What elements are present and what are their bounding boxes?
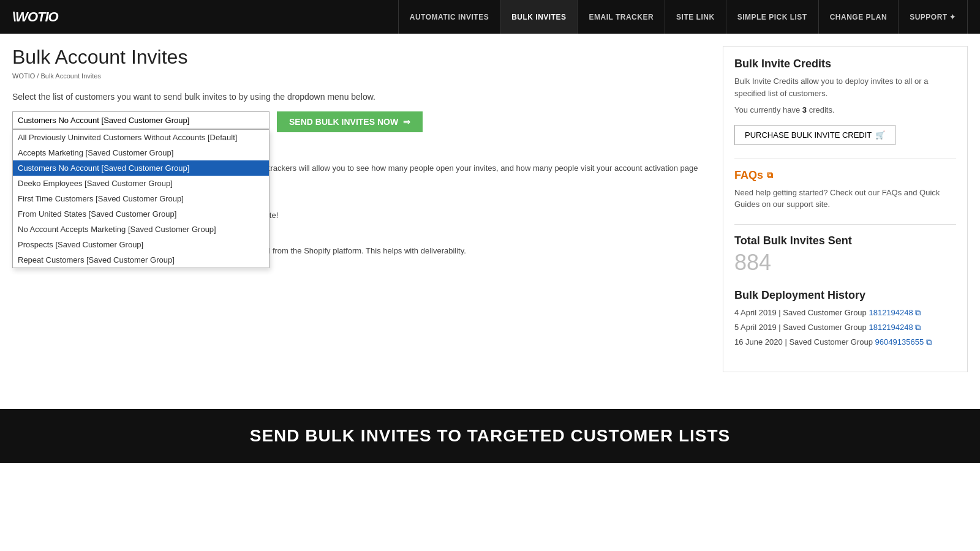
dropdown-option-accepts-marketing[interactable]: Accepts Marketing [Saved Customer Group] [13,145,269,160]
credits-section: Bulk Invite Credits Bulk Invite Credits … [734,58,956,145]
dropdown-list: All Previously Uninvited Customers Witho… [12,129,270,268]
total-sent-number: 884 [734,250,956,276]
page-title: Bulk Account Invites [12,46,704,69]
dropdown-option-default[interactable]: All Previously Uninvited Customers Witho… [13,130,269,145]
page-subtitle: Select the list of customers you want to… [12,92,704,102]
credits-you-have: You currently have [734,105,800,114]
send-bulk-invites-button[interactable]: SEND BULK INVITES NOW ⇒ [277,111,423,132]
dropdown-option-prospects[interactable]: Prospects [Saved Customer Group] [13,237,269,252]
sidebar-card: Bulk Invite Credits Bulk Invite Credits … [723,46,968,372]
dropdown-option-no-account-marketing[interactable]: No Account Accepts Marketing [Saved Cust… [13,222,269,237]
dropdown-option-us[interactable]: From United States [Saved Customer Group… [13,206,269,222]
history-item-3: 16 June 2020 | Saved Customer Group 9604… [734,337,956,347]
main-content: Bulk Account Invites WOTIO / Bulk Accoun… [12,46,723,372]
nav-automatic-invites[interactable]: AUTOMATIC INVITES [398,0,500,34]
divider-1 [734,159,956,159]
nav-support[interactable]: SUPPORT ✦ [899,0,968,34]
faq-text: Need help getting started? Check out our… [734,187,956,211]
cart-icon: 🛒 [875,130,885,140]
dropdown-option-no-account[interactable]: Customers No Account [Saved Customer Gro… [13,160,269,176]
faq-section: FAQs ⧉ Need help getting started? Check … [734,169,956,211]
page-wrapper: Bulk Account Invites WOTIO / Bulk Accoun… [0,34,980,384]
breadcrumb: WOTIO / Bulk Account Invites [12,72,704,80]
nav-simple-pick-list[interactable]: SIMPLE PICK LIST [726,0,819,34]
purchase-btn-label: PURCHASE BULK INVITE CREDIT [745,130,872,140]
faq-title: FAQs ⧉ [734,169,956,182]
navbar: \WOTIO AUTOMATIC INVITES BULK INVITES EM… [0,0,980,34]
faq-external-icon: ⧉ [767,170,773,181]
history-link-2[interactable]: 1812194248 ⧉ [869,323,921,332]
banner-text: SEND BULK INVITES TO TARGETED CUSTOMER L… [250,426,731,445]
dropdown-option-first-time[interactable]: First Time Customers [Saved Customer Gro… [13,191,269,206]
send-btn-icon: ⇒ [403,117,410,127]
nav-site-link[interactable]: SITE LINK [665,0,726,34]
history-date-2: 5 April 2019 | Saved Customer Group [734,323,869,332]
total-sent-title: Total Bulk Invites Sent [734,234,956,247]
bottom-banner: SEND BULK INVITES TO TARGETED CUSTOMER L… [0,409,980,463]
credits-suffix: credits. [809,105,835,114]
sidebar: Bulk Invite Credits Bulk Invite Credits … [723,46,968,372]
send-btn-label: SEND BULK INVITES NOW [289,117,398,127]
dropdown-row: All Previously Uninvited Customers Witho… [12,111,704,132]
history-link-3[interactable]: 96049135655 ⧉ [875,337,932,347]
nav-email-tracker[interactable]: EMAIL TRACKER [578,0,665,34]
credits-title: Bulk Invite Credits [734,58,956,70]
logo: \WOTIO [12,9,58,25]
dropdown-option-deeko[interactable]: Deeko Employees [Saved Customer Group] [13,176,269,191]
dropdown-option-repeat[interactable]: Repeat Customers [Saved Customer Group] [13,252,269,268]
breadcrumb-home[interactable]: WOTIO [12,72,35,80]
nav-links: AUTOMATIC INVITES BULK INVITES EMAIL TRA… [398,0,968,34]
credits-desc: Bulk Invite Credits allow you to deploy … [734,75,956,99]
history-item-2: 5 April 2019 | Saved Customer Group 1812… [734,323,956,332]
divider-2 [734,224,956,225]
purchase-credit-button[interactable]: PURCHASE BULK INVITE CREDIT 🛒 [734,125,895,145]
total-sent-section: Total Bulk Invites Sent 884 [734,234,956,276]
history-title: Bulk Deployment History [734,289,956,302]
history-date-3: 16 June 2020 | Saved Customer Group [734,337,875,347]
history-date-1: 4 April 2019 | Saved Customer Group [734,308,869,317]
credits-count-text: You currently have 3 credits. [734,104,956,116]
history-section: Bulk Deployment History 4 April 2019 | S… [734,289,956,347]
faq-label: FAQs [734,169,763,182]
history-item-1: 4 April 2019 | Saved Customer Group 1812… [734,308,956,318]
history-link-1[interactable]: 1812194248 ⧉ [869,308,921,317]
nav-bulk-invites[interactable]: BULK INVITES [500,0,578,34]
nav-change-plan[interactable]: CHANGE PLAN [819,0,899,34]
breadcrumb-current: Bulk Account Invites [40,72,100,80]
dropdown-wrapper: All Previously Uninvited Customers Witho… [12,111,270,129]
customer-list-dropdown[interactable]: All Previously Uninvited Customers Witho… [12,111,270,129]
credits-number: 3 [802,105,807,114]
